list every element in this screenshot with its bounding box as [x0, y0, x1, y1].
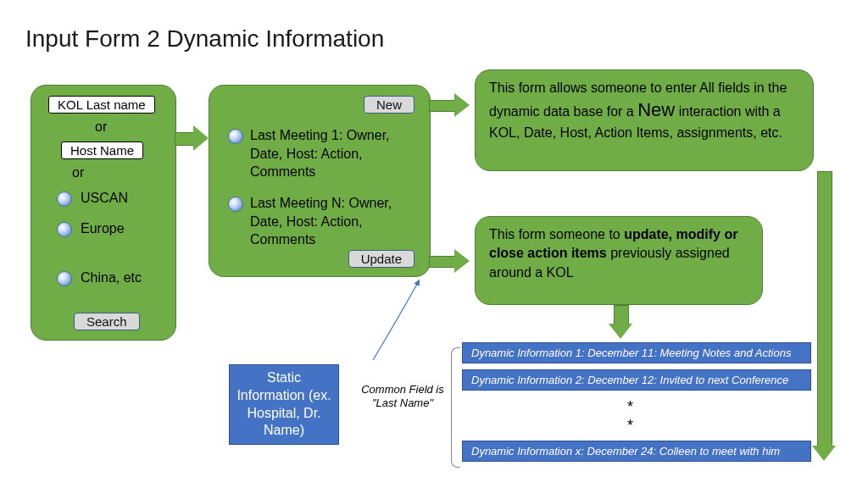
page-title: Input Form 2 Dynamic Information: [25, 25, 384, 53]
dynamic-row-2: Dynamic Information 2: December 12: Invi…: [462, 369, 811, 391]
bullet-icon: [228, 129, 243, 144]
info-update-panel: This form someone to update, modify or c…: [475, 216, 763, 305]
radio-icon: [57, 191, 72, 207]
bullet-icon: [228, 197, 243, 212]
arrow-new-to-info: [429, 93, 470, 117]
dynamic-row-1: Dynamic Information 1: December 11: Meet…: [462, 342, 811, 363]
update-button[interactable]: Update: [348, 250, 415, 268]
brace-icon: [451, 347, 460, 468]
radio-icon: [57, 271, 72, 286]
arrow-common-to-update: [339, 275, 441, 369]
meeting-entry-1: Last Meeting 1: Owner, Date, Host: Actio…: [230, 126, 408, 181]
arrow-search-to-meetings: [175, 125, 209, 151]
kol-lastname-field[interactable]: KOL Last name: [48, 96, 155, 114]
common-field-label: Common Field is "Last Name": [356, 383, 449, 409]
or-label-1: or: [95, 119, 107, 135]
search-button[interactable]: Search: [74, 313, 140, 330]
new-button[interactable]: New: [364, 96, 415, 114]
arrow-update-down: [609, 305, 632, 339]
host-name-field[interactable]: Host Name: [61, 141, 143, 159]
ellipsis-star-2: *: [627, 417, 633, 435]
ellipsis-star-1: *: [627, 398, 633, 416]
radio-icon: [57, 222, 72, 237]
info-new-panel: This form allows someone to enter All fi…: [475, 69, 814, 171]
dynamic-row-x: Dynamic Information x: December 24: Coll…: [462, 441, 811, 462]
option-europe[interactable]: Europe: [57, 221, 125, 237]
search-panel: KOL Last name or Host Name or USCAN Euro…: [31, 85, 176, 341]
option-uscan[interactable]: USCAN: [57, 191, 128, 207]
or-label-2: or: [72, 165, 84, 180]
option-china[interactable]: China, etc: [57, 270, 142, 286]
meetings-panel: New Last Meeting 1: Owner, Date, Host: A…: [209, 85, 431, 277]
meeting-entry-n: Last Meeting N: Owner, Date, Host: Actio…: [230, 194, 408, 249]
arrow-new-down: [812, 171, 836, 461]
static-info-box: Static Information (ex. Hospital, Dr. Na…: [229, 364, 339, 445]
new-emphasis: New: [637, 99, 675, 120]
arrow-update-to-info: [429, 249, 470, 273]
